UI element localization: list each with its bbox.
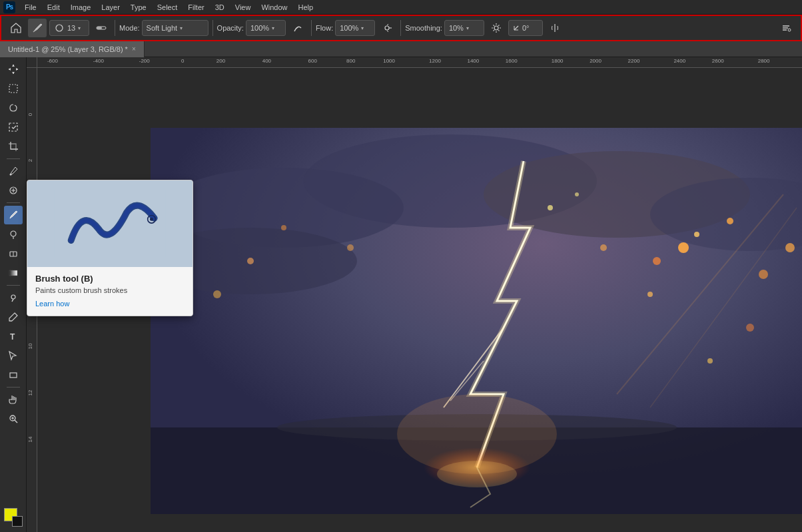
- ruler-mark: 400: [262, 58, 271, 64]
- ruler-corner: [27, 57, 37, 68]
- menu-bar: Ps File Edit Image Layer Type Select Fil…: [0, 0, 802, 15]
- svg-line-6: [387, 24, 388, 25]
- pen-tool[interactable]: [4, 308, 23, 326]
- tooltip-preview: [27, 180, 193, 267]
- path-select-tool[interactable]: [4, 346, 23, 365]
- svg-rect-25: [9, 270, 17, 276]
- ruler-mark: -400: [93, 58, 104, 64]
- ruler-mark: 2400: [673, 58, 685, 64]
- opacity-label: Opacity:: [217, 24, 244, 32]
- menu-filter[interactable]: Filter: [183, 2, 208, 13]
- menu-3d[interactable]: 3D: [210, 2, 229, 13]
- object-select-tool[interactable]: [4, 118, 23, 136]
- ruler-mark: 2600: [712, 58, 724, 64]
- mode-label: Mode:: [119, 24, 140, 32]
- menu-file[interactable]: File: [20, 2, 41, 13]
- opacity-group: Opacity: 100% ▾: [217, 20, 286, 36]
- svg-marker-16: [16, 68, 18, 71]
- svg-point-55: [213, 290, 221, 298]
- ruler-mark: 2800: [758, 58, 770, 64]
- opacity-value: 100%: [250, 24, 269, 32]
- menu-select[interactable]: Select: [153, 2, 183, 13]
- brush-tool-button[interactable]: [28, 19, 47, 37]
- svg-rect-18: [9, 123, 17, 131]
- brush-picker[interactable]: 13 ▾: [49, 20, 89, 36]
- ruler-mark: 1000: [383, 58, 395, 64]
- ruler-v-mark: 0: [27, 113, 33, 115]
- menu-layer[interactable]: Layer: [97, 2, 125, 13]
- svg-point-1: [56, 25, 63, 31]
- menu-view[interactable]: View: [230, 2, 256, 13]
- menu-window[interactable]: Window: [256, 2, 292, 13]
- canvas-image[interactable]: [151, 128, 802, 514]
- tool-sep2: [7, 202, 20, 203]
- home-button[interactable]: [7, 19, 25, 37]
- menu-type[interactable]: Type: [126, 2, 151, 13]
- opacity-dropdown[interactable]: 100% ▾: [246, 20, 286, 36]
- svg-point-61: [437, 461, 517, 487]
- tooltip-learn-link[interactable]: Learn how: [35, 300, 69, 308]
- menu-help[interactable]: Help: [294, 2, 318, 13]
- document-tab[interactable]: Untitled-1 @ 25% (Layer 3, RGB/8) * ×: [0, 41, 145, 57]
- menu-image[interactable]: Image: [66, 2, 96, 13]
- svg-rect-30: [10, 373, 17, 378]
- svg-rect-17: [9, 85, 17, 93]
- eraser-tool[interactable]: [4, 244, 23, 263]
- svg-marker-13: [12, 65, 15, 67]
- tab-close-btn[interactable]: ×: [132, 45, 136, 53]
- dodge-tool[interactable]: [4, 288, 23, 307]
- tool-sep4: [7, 387, 20, 388]
- flow-dropdown[interactable]: 100% ▾: [335, 20, 375, 36]
- svg-line-32: [15, 420, 17, 423]
- ruler-mark: 1400: [467, 58, 479, 64]
- hand-tool[interactable]: [4, 390, 23, 409]
- shape-tool[interactable]: [4, 366, 23, 384]
- eyedropper-tool[interactable]: [4, 162, 23, 180]
- svg-point-44: [694, 232, 699, 237]
- svg-point-50: [746, 324, 754, 332]
- svg-point-51: [707, 358, 713, 364]
- ruler-mark: 1800: [552, 58, 564, 64]
- brush-picker-chevron: ▾: [78, 25, 81, 31]
- svg-point-58: [347, 244, 354, 251]
- svg-point-8: [494, 26, 498, 30]
- svg-point-49: [600, 244, 607, 251]
- sep2: [212, 20, 213, 36]
- zoom-tool[interactable]: [4, 409, 23, 428]
- text-tool[interactable]: T: [4, 327, 23, 346]
- symmetry-btn[interactable]: [546, 19, 564, 37]
- svg-point-66: [150, 218, 153, 221]
- svg-line-27: [12, 299, 13, 302]
- foreground-background-colors[interactable]: [4, 508, 23, 527]
- tooltip-title: Brush tool (B): [35, 274, 185, 284]
- extra-btn[interactable]: [777, 19, 795, 37]
- ruler-mark: 600: [308, 58, 317, 64]
- ruler-v-mark: 14: [27, 436, 33, 442]
- svg-point-4: [385, 26, 389, 30]
- healing-tool[interactable]: [4, 181, 23, 200]
- crop-tool[interactable]: [4, 137, 23, 156]
- flow-value: 100%: [340, 24, 358, 32]
- clone-stamp-tool[interactable]: [4, 225, 23, 244]
- mode-group: Mode: Soft Light ▾: [119, 20, 208, 36]
- move-tool[interactable]: [4, 60, 23, 79]
- brush-tool[interactable]: [4, 206, 23, 224]
- airbrush-btn[interactable]: [378, 19, 396, 37]
- pressure-toggle[interactable]: [92, 19, 111, 37]
- opacity-pressure-btn[interactable]: [288, 19, 307, 37]
- tab-title: Untitled-1 @ 25% (Layer 3, RGB/8) *: [8, 45, 128, 53]
- smoothing-settings-btn[interactable]: [487, 19, 506, 37]
- smoothing-dropdown[interactable]: 10% ▾: [444, 20, 484, 36]
- tab-bar: Untitled-1 @ 25% (Layer 3, RGB/8) * ×: [0, 41, 802, 57]
- mode-dropdown[interactable]: Soft Light ▾: [142, 20, 208, 36]
- ruler-v-mark: 10: [27, 344, 33, 350]
- angle-dropdown[interactable]: 0°: [508, 20, 543, 36]
- marquee-tool[interactable]: [4, 79, 23, 98]
- smoothing-label: Smoothing:: [405, 24, 442, 32]
- background-color[interactable]: [12, 516, 23, 527]
- menu-edit[interactable]: Edit: [43, 2, 65, 13]
- smoothing-value: 10%: [449, 24, 464, 32]
- lasso-tool[interactable]: [4, 99, 23, 117]
- gradient-tool[interactable]: [4, 264, 23, 282]
- toolbar: 13 ▾ Mode: Soft Light ▾ Opacity: 100% ▾: [0, 15, 802, 41]
